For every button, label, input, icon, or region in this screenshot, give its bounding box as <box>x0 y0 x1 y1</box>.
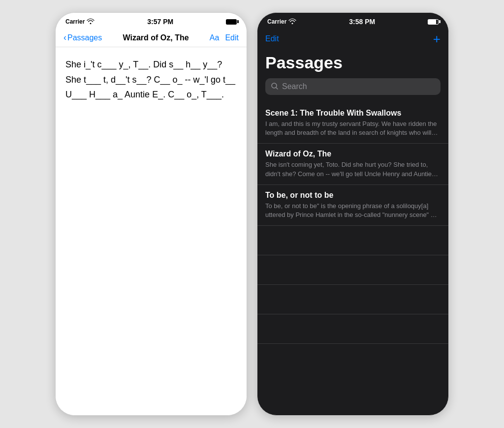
font-size-button[interactable]: Aa <box>210 33 220 42</box>
svg-line-1 <box>276 88 278 89</box>
back-chevron-icon: ‹ <box>63 32 66 43</box>
battery-area-left <box>226 19 237 25</box>
empty-row-3 <box>257 285 448 314</box>
nav-bar-left: ‹ Passages Wizard of Oz, The Aa Edit <box>56 29 247 47</box>
carrier-label-left: Carrier <box>65 18 85 25</box>
search-icon-right <box>271 83 278 91</box>
carrier-label-right: Carrier <box>267 18 286 25</box>
nav-bar-right: Edit + <box>257 29 448 49</box>
passage-content-left: She i_'t c___ y_, T__. Did s__ h__ y__? … <box>56 47 247 415</box>
left-phone: Carrier 3:57 PM ‹ Passages Wizard of Oz,… <box>55 12 247 416</box>
list-item[interactable]: Scene 1: The Trouble With Swallows I am,… <box>257 103 448 144</box>
edit-button-left[interactable]: Edit <box>225 33 239 42</box>
time-left: 3:57 PM <box>147 18 173 26</box>
search-bar-right[interactable]: Search <box>265 78 441 95</box>
wifi-icon-left <box>87 18 94 26</box>
list-item-title-1: Wizard of Oz, The <box>265 150 441 158</box>
battery-area-right <box>428 19 439 25</box>
wifi-icon-right <box>288 18 296 26</box>
search-placeholder: Search <box>282 82 307 91</box>
carrier-wifi-left: Carrier <box>65 18 94 26</box>
passage-text: She i_'t c___ y_, T__. Did s__ h__ y__? … <box>65 57 237 102</box>
empty-row-4 <box>257 314 448 344</box>
list-item-title-2: To be, or not to be <box>265 191 441 200</box>
status-bar-right: Carrier 3:58 PM <box>257 13 448 29</box>
nav-actions-left: Aa Edit <box>210 33 239 42</box>
battery-icon-left <box>226 19 237 25</box>
list-item[interactable]: Wizard of Oz, The She isn't coming yet, … <box>257 144 448 184</box>
edit-button-right[interactable]: Edit <box>265 34 279 43</box>
list-item-preview-1: She isn't coming yet, Toto. Did she hurt… <box>265 160 441 178</box>
empty-row-2 <box>257 255 448 285</box>
empty-row-1 <box>257 226 448 255</box>
large-title-right: Passages <box>257 49 448 78</box>
battery-icon-right <box>428 19 439 25</box>
carrier-wifi-right: Carrier <box>267 18 296 26</box>
status-bar-left: Carrier 3:57 PM <box>56 13 247 29</box>
list-item-preview-0: I am, and this is my trusty servant Pats… <box>265 120 441 137</box>
time-right: 3:58 PM <box>349 18 375 26</box>
right-phone: Carrier 3:58 PM Edit + Passages <box>257 12 449 416</box>
list-item-preview-2: To be, or not to be" is the opening phra… <box>265 202 441 219</box>
add-button-right[interactable]: + <box>433 32 441 45</box>
back-button[interactable]: ‹ Passages <box>63 32 102 43</box>
list-item[interactable]: To be, or not to be To be, or not to be"… <box>257 185 448 226</box>
list-item-title-0: Scene 1: The Trouble With Swallows <box>265 109 441 118</box>
back-label: Passages <box>67 33 102 42</box>
nav-title-left: Wizard of Oz, The <box>123 33 189 42</box>
passages-list: Scene 1: The Trouble With Swallows I am,… <box>257 103 448 415</box>
